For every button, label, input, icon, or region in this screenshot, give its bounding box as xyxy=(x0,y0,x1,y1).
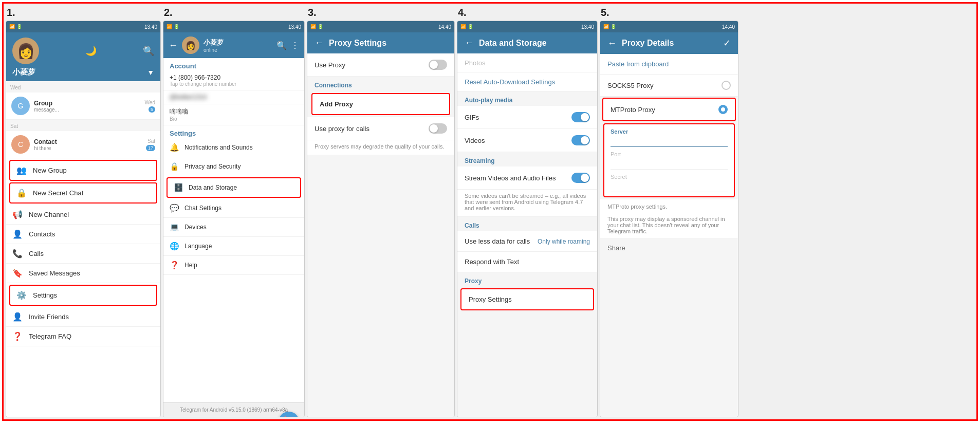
p3-title: Proxy Settings xyxy=(329,39,447,48)
p3-add-proxy-label: Add Proxy xyxy=(320,100,353,108)
p4-respond-row[interactable]: Respond with Text xyxy=(457,252,597,272)
p1-day-wed: Wed xyxy=(10,85,21,90)
p2-menu-chat[interactable]: 💬 Chat Settings xyxy=(163,199,304,218)
p1-icon-channel: 📢 xyxy=(12,210,23,219)
p3-back-icon[interactable]: ← xyxy=(315,38,324,48)
p1-menu-new-group[interactable]: 👥 New Group xyxy=(9,160,157,181)
step1-status-bar: 📶 🔋 13:40 xyxy=(6,21,160,32)
p2-icon-chat: 💬 xyxy=(170,204,179,213)
p2-more-icon[interactable]: ⋮ xyxy=(291,41,299,50)
p3-note: Proxy servers may degrade the quality of… xyxy=(307,140,454,155)
p5-secret-input[interactable] xyxy=(611,180,728,192)
p4-reset-label: Reset Auto-Download Settings xyxy=(465,78,555,86)
p4-gifs-toggle[interactable] xyxy=(571,112,590,122)
p1-menu-saved[interactable]: 🔖 Saved Messages xyxy=(6,264,160,283)
p5-port-group: Port xyxy=(611,151,728,170)
p1-chat-row-2[interactable]: C Contact hi there Sat 17 xyxy=(6,131,160,158)
p1-chat-row-1[interactable]: G Group message... Wed 5 xyxy=(6,93,160,120)
p4-reset-row[interactable]: Reset Auto-Download Settings xyxy=(457,72,597,91)
p4-calls-label: Calls xyxy=(457,217,597,231)
p1-menu-faq[interactable]: ❓ Telegram FAQ xyxy=(6,327,160,346)
p5-share-row[interactable]: Share xyxy=(600,239,738,257)
p2-bio-field: 嘀嘀嘀 Bio xyxy=(163,104,304,125)
p4-less-data-row[interactable]: Use less data for calls Only while roami… xyxy=(457,231,597,252)
p2-icon-data: 🗄️ xyxy=(174,183,183,192)
p4-videos-toggle[interactable] xyxy=(571,135,590,145)
p2-content: Account +1 (800) 966-7320 Tap to change … xyxy=(163,58,304,402)
p5-port-label: Port xyxy=(611,151,728,157)
p2-menu-devices[interactable]: 💻 Devices xyxy=(163,218,304,237)
p5-title: Proxy Details xyxy=(622,39,718,48)
p1-menu-calls[interactable]: 📞 Calls xyxy=(6,244,160,264)
p1-menu-settings[interactable]: ⚙️ Settings xyxy=(9,285,157,306)
p5-mtproto-row[interactable]: MTProto Proxy xyxy=(602,98,736,121)
p5-mtproto-radio[interactable] xyxy=(718,105,728,114)
p1-label-saved: Saved Messages xyxy=(29,269,80,277)
step3-time: 14:40 xyxy=(438,24,451,30)
p3-proxy-calls-toggle[interactable] xyxy=(429,123,447,134)
p2-online: online xyxy=(204,47,272,53)
p2-phone-field: +1 (800) 966-7320 Tap to change phone nu… xyxy=(163,71,304,90)
p3-use-proxy-row[interactable]: Use Proxy xyxy=(307,53,454,77)
p4-gifs-label: GIFs xyxy=(465,114,479,121)
p1-label-new-secret: New Secret Chat xyxy=(33,189,83,197)
p1-badge-2: 17 xyxy=(146,145,155,151)
p4-content: Photos Reset Auto-Download Settings Auto… xyxy=(457,53,597,417)
p2-menu-language[interactable]: 🌐 Language xyxy=(163,237,304,256)
step3-status-bar: 📶 🔋 14:40 xyxy=(307,21,454,32)
p4-stream-row[interactable]: Stream Videos and Audio Files xyxy=(457,167,597,190)
p1-chat-info-1: Group message... xyxy=(34,100,141,113)
p2-label-devices: Devices xyxy=(184,224,207,231)
p2-search-icon[interactable]: 🔍 xyxy=(276,41,287,50)
p1-menu-new-channel[interactable]: 📢 New Channel xyxy=(6,205,160,225)
p1-dropdown-icon[interactable]: ▼ xyxy=(147,68,154,77)
step1-time: 13:40 xyxy=(144,24,157,30)
p4-proxy-settings-row[interactable]: Proxy Settings xyxy=(460,288,594,310)
p4-respond-label: Respond with Text xyxy=(465,258,519,266)
p3-add-proxy-row[interactable]: Add Proxy xyxy=(311,93,450,115)
p2-label-language: Language xyxy=(184,243,212,250)
p4-stream-toggle[interactable] xyxy=(571,173,590,183)
p2-name-col: 小菱萝 online xyxy=(204,38,272,53)
p3-proxy-calls-row[interactable]: Use proxy for calls xyxy=(307,117,454,140)
p4-streaming-label: Streaming xyxy=(457,152,597,167)
p5-check-icon[interactable]: ✓ xyxy=(723,38,731,49)
p4-videos-row[interactable]: Videos xyxy=(457,129,597,152)
p1-search-icon[interactable]: 🔍 xyxy=(143,45,154,57)
p5-socks5-row[interactable]: SOCKS5 Proxy xyxy=(600,75,738,97)
p4-back-icon[interactable]: ← xyxy=(465,38,474,48)
p4-gifs-row[interactable]: GIFs xyxy=(457,106,597,129)
p4-less-data-label: Use less data for calls xyxy=(465,237,530,245)
p1-icon-secret: 🔒 xyxy=(16,188,27,198)
p5-secret-group: Secret xyxy=(611,174,728,192)
p2-back-icon[interactable]: ← xyxy=(169,40,178,51)
p1-menu-invite[interactable]: 👤 Invite Friends xyxy=(6,307,160,327)
p5-back-icon[interactable]: ← xyxy=(607,38,617,49)
p1-label-invite: Invite Friends xyxy=(29,313,69,321)
p1-username: 小菱萝 xyxy=(12,67,35,77)
step5-status-bar: 📶 🔋 14:40 xyxy=(600,21,738,32)
p1-icon-invite: 👤 xyxy=(12,312,23,322)
p3-connections-label: Connections xyxy=(307,77,454,91)
p5-port-input[interactable] xyxy=(611,157,728,170)
step2-time: 13:40 xyxy=(288,24,301,30)
p4-photos-label: Photos xyxy=(465,59,485,67)
p3-proxy-calls-label: Use proxy for calls xyxy=(315,125,369,133)
p3-use-proxy-toggle[interactable] xyxy=(429,60,447,70)
p5-socks5-radio[interactable] xyxy=(722,81,731,90)
step1-signal: 📶 🔋 xyxy=(9,24,22,29)
step2-signal: 📶 🔋 xyxy=(167,24,179,29)
p1-menu-contacts[interactable]: 👤 Contacts xyxy=(6,225,160,244)
p2-username-field: @botker1314 xyxy=(163,90,304,104)
p4-header: ← Data and Storage xyxy=(457,32,597,53)
p5-server-input[interactable] xyxy=(611,135,728,147)
p1-menu-new-secret[interactable]: 🔒 New Secret Chat xyxy=(9,182,157,204)
p2-menu-help[interactable]: ❓ Help xyxy=(163,256,304,275)
p2-menu-data[interactable]: 🗄️ Data and Storage xyxy=(167,177,301,198)
p1-chat-meta-1: Wed 5 xyxy=(145,100,155,113)
p1-icon-contacts: 👤 xyxy=(12,229,23,239)
p5-paste-row[interactable]: Paste from clipboard xyxy=(600,54,738,75)
p2-menu-privacy[interactable]: 🔒 Privacy and Security xyxy=(163,157,304,176)
p2-menu-notifications[interactable]: 🔔 Notifications and Sounds xyxy=(163,138,304,157)
p3-use-proxy-label: Use Proxy xyxy=(315,61,345,69)
